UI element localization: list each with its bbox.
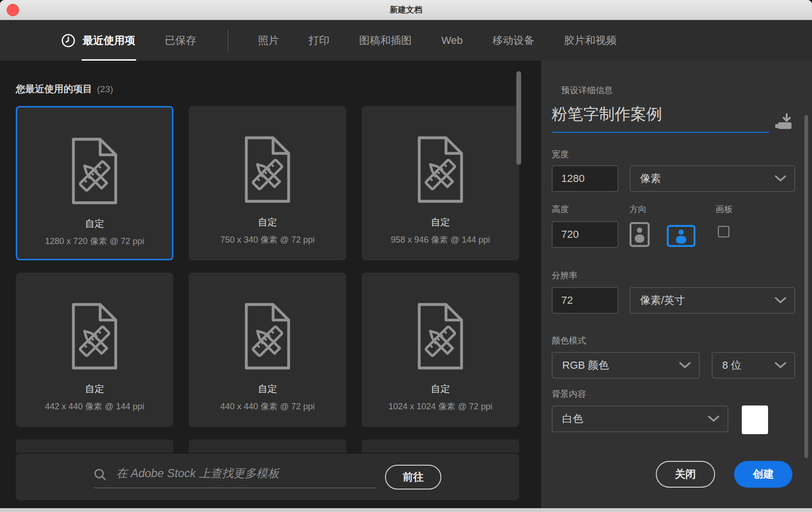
orientation-portrait-button[interactable]: [630, 222, 650, 247]
tab-label: 胶片和视频: [564, 33, 617, 48]
template-card[interactable]: 自定 958 x 946 像素 @ 144 ppi: [362, 106, 519, 260]
document-template-icon: [16, 301, 173, 371]
document-template-icon: [189, 135, 346, 204]
document-name-input[interactable]: 粉笔字制作案例: [552, 104, 769, 133]
color-mode-label: 颜色模式: [552, 335, 586, 346]
resolution-unit-dropdown[interactable]: 像素/英寸: [630, 287, 795, 314]
save-preset-icon[interactable]: [774, 112, 794, 131]
template-card-spec: 1280 x 720 像素 @ 72 ppi: [17, 235, 172, 247]
tab-label: 已保存: [165, 33, 196, 48]
tab-group-divider: [228, 30, 228, 52]
template-card-partial[interactable]: [16, 439, 173, 453]
template-card[interactable]: 自定 442 x 440 像素 @ 144 ppi: [16, 273, 173, 427]
tab-移动设备[interactable]: 移动设备: [492, 20, 534, 61]
preset-details-header: 预设详细信息: [561, 85, 613, 96]
tab-label: 照片: [258, 33, 279, 48]
template-card[interactable]: 自定 440 x 440 像素 @ 72 ppi: [189, 273, 346, 427]
title-bar: 新建文档: [0, 0, 812, 20]
window-bottom-edge: [0, 508, 812, 512]
preset-details-panel: 预设详细信息 粉笔字制作案例 宽度 1280 像素 高度 方向 画板 720: [541, 61, 812, 508]
template-card-spec: 750 x 340 像素 @ 72 ppi: [189, 234, 346, 245]
document-template-icon: [362, 301, 519, 371]
chevron-down-icon: [707, 415, 720, 423]
artboard-checkbox[interactable]: [718, 226, 729, 237]
height-label: 高度: [552, 203, 569, 215]
recent-section-title: 您最近使用的项目(23): [16, 83, 113, 96]
stock-go-button[interactable]: 前往: [385, 465, 441, 490]
template-card-grid: 自定 1280 x 720 像素 @ 72 ppi 自定 750: [16, 106, 519, 453]
tab-打印[interactable]: 打印: [309, 20, 330, 61]
tab-照片[interactable]: 照片: [258, 20, 279, 61]
chevron-down-icon: [774, 362, 787, 369]
tab-已保存[interactable]: 已保存: [165, 20, 196, 61]
orientation-label: 方向: [630, 203, 647, 215]
stock-search-bar: 在 Adobe Stock 上查找更多模板 前往: [16, 454, 519, 500]
details-scrollbar-thumb[interactable]: [804, 115, 808, 458]
close-button[interactable]: 关闭: [656, 461, 715, 488]
width-unit-value: 像素: [640, 171, 661, 186]
orientation-landscape-button[interactable]: [667, 225, 695, 247]
template-card-spec: 958 x 946 像素 @ 144 ppi: [362, 234, 519, 245]
tab-label: 图稿和插图: [359, 33, 412, 48]
background-color-swatch[interactable]: [742, 405, 768, 434]
chevron-down-icon: [774, 175, 787, 182]
background-dropdown[interactable]: 白色: [552, 405, 728, 432]
templates-scrollbar-thumb[interactable]: [516, 71, 521, 165]
bit-depth-value: 8 位: [722, 358, 741, 373]
resolution-unit-value: 像素/英寸: [640, 293, 685, 308]
tab-图稿和插图[interactable]: 图稿和插图: [359, 20, 412, 61]
template-card[interactable]: 自定 1280 x 720 像素 @ 72 ppi: [16, 106, 173, 260]
stock-search-input[interactable]: 在 Adobe Stock 上查找更多模板: [94, 466, 376, 488]
resolution-label: 分辨率: [552, 270, 577, 281]
search-icon: [94, 468, 107, 481]
chevron-down-icon: [679, 362, 691, 369]
template-card-spec: 442 x 440 像素 @ 144 ppi: [16, 401, 173, 412]
create-button[interactable]: 创建: [734, 461, 792, 488]
width-label: 宽度: [552, 149, 569, 160]
template-card-title: 自定: [362, 216, 519, 229]
background-label: 背景内容: [552, 388, 586, 400]
stock-search-placeholder: 在 Adobe Stock 上查找更多模板: [116, 466, 279, 481]
template-card-title: 自定: [362, 383, 519, 395]
templates-panel: 您最近使用的项目(23) 自定 1280 x 720 像素 @ 72: [0, 61, 541, 508]
resolution-input[interactable]: 72: [552, 287, 619, 314]
tab-bar: 最近使用项 已保存 照片 打印 图稿和插图: [0, 20, 812, 61]
width-input[interactable]: 1280: [552, 165, 619, 192]
template-card[interactable]: 自定 750 x 340 像素 @ 72 ppi: [189, 106, 346, 260]
artboard-label: 画板: [716, 203, 733, 215]
background-value: 白色: [562, 412, 583, 426]
recent-count: (23): [97, 84, 113, 94]
new-document-dialog: 新建文档 最近使用项 已保存 照片 打印: [0, 0, 812, 512]
template-card-title: 自定: [189, 383, 346, 395]
template-card-spec: 1024 x 1024 像素 @ 72 ppi: [362, 401, 519, 412]
recent-title-text: 您最近使用的项目: [16, 84, 92, 94]
template-card-title: 自定: [189, 216, 346, 229]
document-template-icon: [17, 136, 172, 206]
window-title: 新建文档: [0, 0, 812, 20]
color-mode-value: RGB 颜色: [562, 358, 609, 373]
template-card-title: 自定: [17, 217, 172, 230]
document-template-icon: [189, 301, 346, 371]
width-unit-dropdown[interactable]: 像素: [630, 165, 795, 192]
tab-label: Web: [441, 34, 463, 47]
chevron-down-icon: [774, 297, 787, 304]
template-card-spec: 440 x 440 像素 @ 72 ppi: [189, 401, 346, 412]
tab-label: 最近使用项: [83, 33, 135, 48]
template-card-title: 自定: [16, 383, 173, 395]
bit-depth-dropdown[interactable]: 8 位: [712, 352, 795, 379]
tab-Web[interactable]: Web: [441, 20, 463, 61]
tab-label: 移动设备: [492, 33, 534, 48]
tab-最近使用项[interactable]: 最近使用项: [61, 20, 135, 61]
tab-胶片和视频[interactable]: 胶片和视频: [564, 20, 617, 61]
clock-icon: [61, 33, 75, 48]
color-mode-dropdown[interactable]: RGB 颜色: [552, 352, 700, 379]
tab-label: 打印: [309, 33, 330, 48]
document-template-icon: [362, 135, 519, 204]
template-card[interactable]: 自定 1024 x 1024 像素 @ 72 ppi: [362, 273, 519, 427]
template-card-partial[interactable]: [362, 439, 519, 453]
height-input[interactable]: 720: [552, 221, 619, 248]
template-card-partial[interactable]: [189, 439, 346, 453]
